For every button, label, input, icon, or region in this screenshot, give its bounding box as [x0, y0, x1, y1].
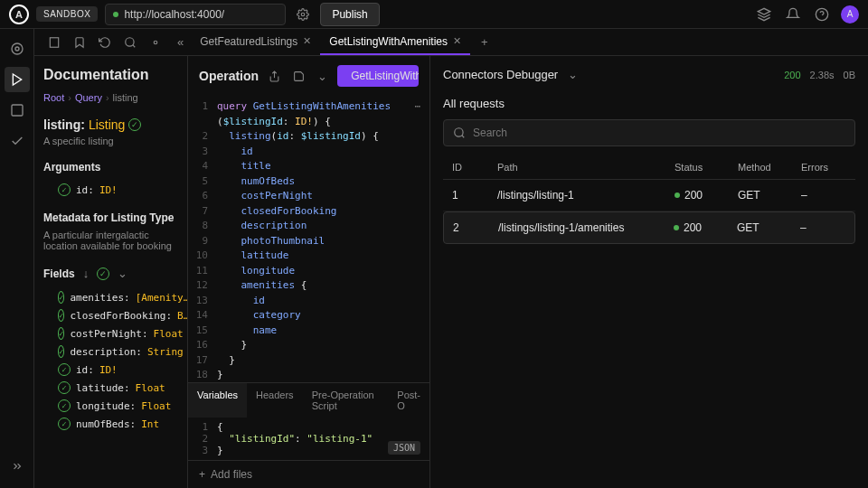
svg-point-4	[15, 47, 19, 51]
tab[interactable]: GetListingWithAmenities✕	[320, 30, 470, 55]
field-name: listing:	[43, 117, 85, 132]
debugger-title: Connectors Debugger	[443, 68, 558, 81]
arguments-title: Arguments	[43, 161, 178, 174]
status-dot-icon	[113, 12, 118, 17]
col-path-header[interactable]: Path	[497, 162, 675, 173]
col-method-header[interactable]: Method	[738, 162, 801, 173]
sort-icon[interactable]: ↓	[80, 264, 92, 283]
field-item[interactable]: ✓latitude: Float	[43, 379, 178, 397]
fields-title: Fields	[43, 267, 75, 280]
bookmark-icon[interactable]	[71, 33, 89, 52]
response-size: 0B	[844, 70, 855, 80]
nav-checks-icon[interactable]	[5, 128, 30, 154]
doc-title: Documentation	[43, 67, 178, 83]
save-icon[interactable]	[290, 68, 307, 85]
nav-operation-icon[interactable]	[5, 67, 30, 92]
code-editor[interactable]: ⋯ 1query GetListingWithAmenities($listin…	[188, 96, 429, 382]
svg-point-14	[455, 128, 463, 136]
metadata-description: A particular intergalactic location avai…	[43, 230, 178, 251]
url-text: http://localhost:4000/	[124, 8, 224, 21]
crumb-current: listing	[113, 92, 138, 103]
bottom-tab[interactable]: Post-O	[388, 383, 429, 418]
history-icon[interactable]	[96, 33, 114, 52]
more-icon[interactable]: ⋯	[414, 99, 420, 115]
sandbox-badge: SANDBOX	[36, 6, 98, 22]
settings-icon[interactable]	[146, 33, 165, 52]
field-item[interactable]: ✓id: ID!	[43, 361, 178, 379]
nav-schema-icon[interactable]	[5, 98, 30, 123]
collapse-left-icon[interactable]: «	[174, 35, 187, 49]
table-row[interactable]: 1 /listings/listing-1 200 GET –	[443, 180, 855, 211]
field-item[interactable]: ✓numOfBeds: Int	[43, 415, 178, 433]
variables-editor[interactable]: JSON 1{2 "listingId": "listing-1"3}	[188, 418, 429, 460]
documentation-panel: Documentation Root › Query › listing lis…	[34, 56, 188, 488]
all-requests-title: All requests	[430, 93, 868, 119]
bell-icon[interactable]	[783, 5, 803, 24]
field-item[interactable]: ✓amenities: [Amenity…	[43, 288, 178, 306]
svg-point-0	[302, 13, 306, 16]
new-tab-button[interactable]: +	[474, 32, 495, 52]
run-button-label: GetListingWithAme	[351, 70, 419, 82]
gear-icon[interactable]	[293, 5, 313, 24]
field-type[interactable]: Listing	[89, 117, 125, 132]
check-icon: ✓	[58, 345, 64, 358]
bottom-tabs: VariablesHeadersPre-Operation ScriptPost…	[188, 382, 429, 418]
share-icon[interactable]	[266, 68, 283, 85]
check-icon: ✓	[58, 399, 71, 412]
check-icon: ✓	[58, 327, 64, 340]
svg-rect-8	[50, 37, 58, 47]
tab[interactable]: GetFeaturedListings✕	[191, 30, 320, 55]
col-id-header[interactable]: ID	[452, 162, 497, 173]
chevron-down-icon[interactable]: ⌄	[115, 264, 130, 283]
status-code: 200	[784, 70, 800, 80]
run-button[interactable]: GetListingWithAme	[337, 65, 419, 87]
editor-column: Operation ⌄ GetListingWithAme ⋯ 1query G…	[188, 56, 430, 488]
add-files-button[interactable]: + Add files	[188, 460, 429, 488]
argument-item[interactable]: ✓id: ID!	[43, 181, 178, 199]
tabstrip: « GetFeaturedListings✕GetListingWithAmen…	[34, 29, 868, 56]
svg-point-9	[126, 37, 134, 45]
svg-point-11	[154, 41, 157, 44]
nav-explorer-icon[interactable]	[5, 36, 30, 61]
svg-marker-1	[758, 8, 769, 14]
search-input[interactable]	[443, 119, 855, 146]
crumb-query[interactable]: Query	[75, 92, 102, 103]
json-badge: JSON	[388, 441, 420, 455]
bottom-tab[interactable]: Headers	[247, 383, 303, 418]
search-field[interactable]	[473, 127, 845, 139]
expand-sidebar-icon[interactable]	[5, 454, 30, 479]
col-status-header[interactable]: Status	[675, 162, 738, 173]
app-logo: A	[9, 5, 29, 24]
layers-icon[interactable]	[754, 5, 774, 24]
field-item[interactable]: ✓closedForBooking: B…	[43, 306, 178, 324]
url-input-box[interactable]: http://localhost:4000/	[105, 4, 286, 25]
metadata-title: Metadata for Listing Type	[43, 211, 178, 224]
field-item[interactable]: ✓longitude: Float	[43, 397, 178, 415]
search-icon[interactable]	[121, 33, 139, 52]
close-icon[interactable]: ✕	[303, 35, 311, 47]
check-all-icon[interactable]: ✓	[97, 267, 109, 280]
check-icon: ✓	[58, 418, 71, 430]
debugger-panel: Connectors Debugger ⌄ 200 2.38s 0B All r…	[430, 56, 868, 488]
dropdown-icon[interactable]: ⌄	[315, 67, 330, 86]
operation-title: Operation	[199, 69, 259, 83]
search-icon	[453, 127, 466, 139]
crumb-root[interactable]: Root	[43, 92, 64, 103]
field-item[interactable]: ✓description: String	[43, 343, 178, 361]
avatar[interactable]: A	[841, 5, 859, 23]
chevron-down-icon[interactable]: ⌄	[565, 65, 580, 84]
help-icon[interactable]	[812, 5, 832, 24]
col-errors-header[interactable]: Errors	[801, 162, 846, 173]
publish-button[interactable]: Publish	[320, 3, 379, 26]
plus-icon: +	[199, 468, 205, 481]
doc-icon[interactable]	[45, 33, 63, 52]
table-row[interactable]: 2 /listings/listing-1/amenities 200 GET …	[443, 211, 855, 244]
bottom-tab[interactable]: Pre-Operation Script	[303, 383, 389, 418]
check-icon: ✓	[58, 381, 71, 394]
field-item[interactable]: ✓costPerNight: Float	[43, 324, 178, 343]
response-time: 2.38s	[810, 70, 835, 80]
svg-point-5	[12, 43, 23, 54]
bottom-tab[interactable]: Variables	[188, 383, 247, 418]
svg-line-15	[462, 136, 465, 138]
close-icon[interactable]: ✕	[453, 35, 461, 47]
